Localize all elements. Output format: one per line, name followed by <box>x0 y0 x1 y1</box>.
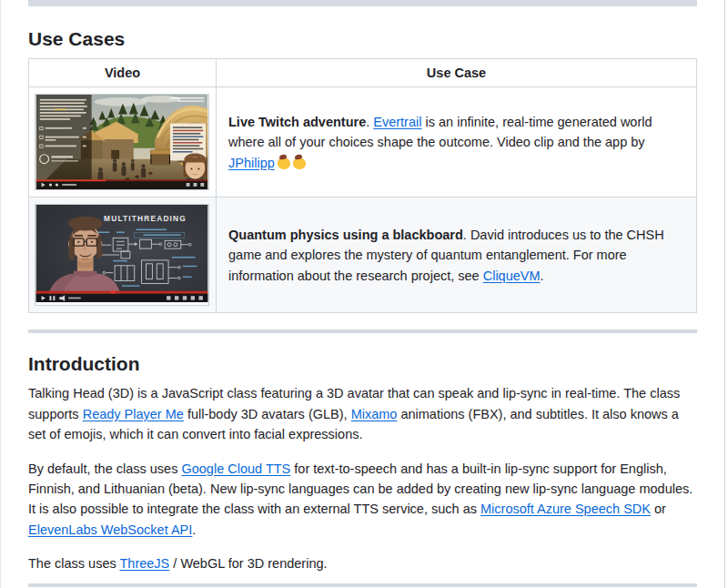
blackboard-title-text: MULTITHREADING <box>104 214 187 223</box>
use-case-cell-evertrail: Live Twitch adventure. Evertrail is an i… <box>217 87 697 198</box>
table-row: MULTITHREADING <box>29 198 697 313</box>
cliquevm-link[interactable]: CliqueVM <box>483 269 541 283</box>
use-case-text: Live Twitch adventure. Evertrail is an i… <box>228 112 684 173</box>
bottom-divider <box>28 583 697 587</box>
table-header-row: Video Use Case <box>29 59 697 87</box>
intro-paragraph-2: By default, the class uses Google Cloud … <box>28 459 697 541</box>
introduction-heading: Introduction <box>28 352 697 376</box>
elevenlabs-websocket-api-link[interactable]: ElevenLabs WebSocket API <box>28 522 192 537</box>
use-case-column-header: Use Case <box>217 59 697 87</box>
google-cloud-tts-link[interactable]: Google Cloud TTS <box>181 461 290 476</box>
ready-player-me-link[interactable]: Ready Player Me <box>83 407 184 421</box>
evertrail-link[interactable]: Evertrail <box>373 115 421 129</box>
threejs-link[interactable]: ThreeJS <box>119 556 169 571</box>
bold-text: Live Twitch adventure <box>228 115 366 129</box>
mixamo-link[interactable]: Mixamo <box>351 407 398 421</box>
table-row: Live Twitch adventure. Evertrail is an i… <box>29 87 697 198</box>
use-case-text: Quantum physics using a blackboard. Davi… <box>228 225 684 286</box>
clap-emoji <box>278 157 290 169</box>
quantum-blackboard-thumbnail[interactable]: MULTITHREADING <box>35 204 209 306</box>
jphilipp-link[interactable]: JPhilipp <box>228 156 275 170</box>
evertrail-video-thumbnail[interactable] <box>35 94 209 190</box>
clap-emoji <box>293 157 306 169</box>
azure-speech-sdk-link[interactable]: Microsoft Azure Speech SDK <box>480 502 651 516</box>
use-cases-heading: Use Cases <box>28 27 697 51</box>
use-case-cell-blackboard: Quantum physics using a blackboard. Davi… <box>217 198 697 313</box>
readme-page: Use Cases Video Use Case <box>0 0 725 588</box>
intro-paragraph-3: The class uses ThreeJS / WebGL for 3D re… <box>28 553 697 573</box>
video-column-header: Video <box>29 59 217 87</box>
bold-text: Quantum physics using a blackboard <box>228 228 463 242</box>
intro-paragraph-1: Talking Head (3D) is a JavaScript class … <box>28 383 697 444</box>
use-cases-table: Video Use Case <box>28 58 697 313</box>
top-divider <box>28 0 697 6</box>
introduction-section: Introduction Talking Head (3D) is a Java… <box>28 352 697 573</box>
section-divider <box>28 329 697 333</box>
video-cell-evertrail <box>29 87 217 198</box>
video-cell-blackboard: MULTITHREADING <box>29 198 217 313</box>
